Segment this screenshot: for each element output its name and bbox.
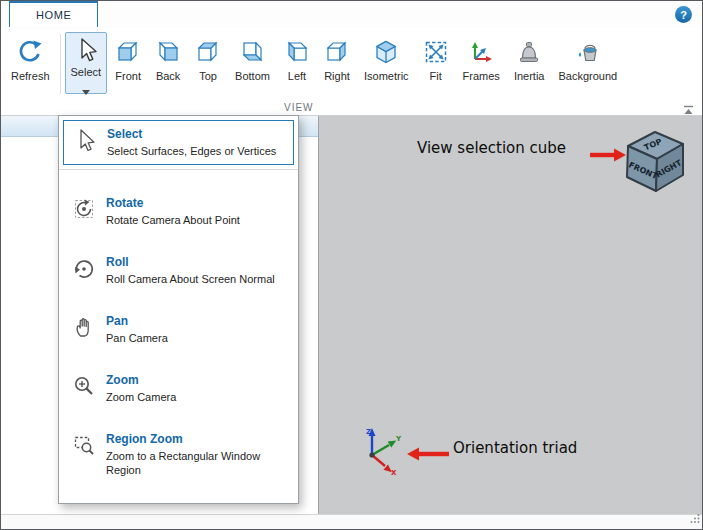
button-label: Frames	[463, 70, 500, 83]
button-label: Background	[558, 70, 617, 83]
pan-hand-icon	[71, 315, 97, 339]
menu-item-pan[interactable]: Pan Pan Camera	[59, 310, 298, 349]
menu-item-title: Region Zoom	[106, 432, 290, 447]
isometric-view-button[interactable]: Isometric	[358, 32, 415, 94]
inertia-icon	[516, 36, 542, 68]
menu-item-rotate[interactable]: Rotate Rotate Camera About Point	[59, 192, 298, 231]
frames-button[interactable]: Frames	[457, 32, 506, 94]
select-dropdown-menu: Select Select Surfaces, Edges or Vertice…	[58, 115, 299, 504]
top-view-button[interactable]: Top	[189, 32, 227, 94]
left-view-icon	[284, 36, 310, 68]
menu-item-title: Pan	[106, 314, 168, 329]
menu-item-title: Roll	[106, 255, 275, 270]
help-button[interactable]: ?	[675, 6, 692, 23]
menu-item-zoom[interactable]: Zoom Zoom Camera	[59, 369, 298, 408]
triad-x-label: X	[391, 469, 397, 477]
isometric-view-icon	[373, 36, 399, 68]
refresh-button[interactable]: Refresh	[5, 32, 56, 94]
frames-icon	[468, 36, 494, 68]
button-label: Top	[199, 70, 217, 83]
bottom-view-button[interactable]: Bottom	[229, 32, 276, 94]
triad-annotation-arrow	[407, 447, 449, 461]
orientation-triad: Z Y X	[357, 424, 407, 478]
application-window: HOME ? Refresh Select	[0, 0, 703, 530]
select-cursor-icon	[72, 128, 98, 154]
menu-item-subtitle: Rotate Camera About Point	[106, 213, 240, 227]
tab-home[interactable]: HOME	[9, 1, 98, 27]
menu-item-group: Rotate Rotate Camera About Point Roll Ro…	[59, 170, 298, 503]
menu-item-select[interactable]: Select Select Surfaces, Edges or Vertice…	[63, 120, 294, 165]
menu-item-subtitle: Select Surfaces, Edges or Vertices	[107, 144, 276, 158]
view-section-label: VIEW	[284, 102, 314, 113]
menu-item-subtitle: Zoom to a Rectangular Window Region	[106, 449, 290, 477]
select-cursor-icon	[73, 36, 99, 64]
dropdown-caret-icon	[82, 81, 90, 99]
triad-annotation-label: Orientation triad	[453, 439, 577, 457]
right-view-button[interactable]: Right	[318, 32, 356, 94]
region-zoom-icon	[71, 433, 97, 457]
button-label: Inertia	[514, 70, 545, 83]
inertia-button[interactable]: Inertia	[508, 32, 551, 94]
ribbon-separator	[60, 34, 61, 94]
button-label: Back	[156, 70, 180, 83]
select-button[interactable]: Select	[65, 32, 108, 94]
button-label: Front	[115, 70, 141, 83]
background-button[interactable]: Background	[552, 32, 623, 94]
left-view-button[interactable]: Left	[278, 32, 316, 94]
back-view-icon	[155, 36, 181, 68]
menu-item-roll[interactable]: Roll Roll Camera About Screen Normal	[59, 251, 298, 290]
right-view-icon	[324, 36, 350, 68]
fit-view-button[interactable]: Fit	[417, 32, 455, 94]
refresh-icon	[17, 36, 43, 68]
button-label: Fit	[429, 70, 441, 83]
resize-grip[interactable]	[690, 509, 700, 527]
front-view-icon	[115, 36, 141, 68]
menu-item-title: Rotate	[106, 196, 240, 211]
menu-item-subtitle: Roll Camera About Screen Normal	[106, 272, 275, 286]
button-label: Left	[288, 70, 306, 83]
back-view-button[interactable]: Back	[149, 32, 187, 94]
ribbon-toolbar: Refresh Select Front	[1, 28, 702, 101]
front-view-button[interactable]: Front	[109, 32, 147, 94]
menu-item-subtitle: Pan Camera	[106, 331, 168, 345]
menu-item-region-zoom[interactable]: Region Zoom Zoom to a Rectangular Window…	[59, 428, 298, 481]
menu-item-subtitle: Zoom Camera	[106, 390, 176, 404]
triad-z-label: Z	[366, 428, 371, 436]
button-label: Refresh	[11, 70, 50, 83]
background-icon	[574, 36, 602, 68]
menu-item-title: Zoom	[106, 373, 176, 388]
fit-view-icon	[423, 36, 449, 68]
viewport-canvas[interactable]: View selection cube TOP FRONT RIGHT Z Y …	[319, 116, 702, 515]
rotate-icon	[71, 197, 97, 221]
bottom-view-icon	[240, 36, 266, 68]
top-view-icon	[195, 36, 221, 68]
button-label: Right	[324, 70, 350, 83]
button-label: Isometric	[364, 70, 409, 83]
status-bar	[1, 514, 702, 529]
roll-icon	[71, 256, 97, 280]
cube-annotation-label: View selection cube	[417, 139, 566, 157]
view-selection-cube[interactable]: TOP FRONT RIGHT	[616, 121, 694, 197]
menu-item-title: Select	[107, 127, 276, 142]
ribbon-section-strip: VIEW	[1, 101, 702, 116]
button-label: Bottom	[235, 70, 270, 83]
button-label: Select	[71, 66, 102, 79]
triad-y-label: Y	[395, 435, 402, 443]
zoom-icon	[71, 374, 97, 398]
tab-bar: HOME ?	[1, 1, 702, 29]
